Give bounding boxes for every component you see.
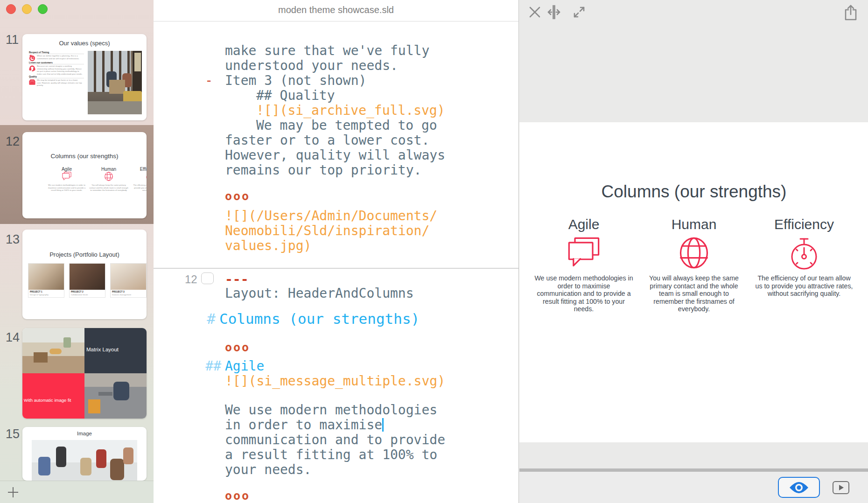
- code-line[interactable]: ## Quality: [256, 88, 335, 103]
- clock-icon: [29, 55, 35, 61]
- stopwatch-icon: [787, 236, 821, 272]
- preview-eye-button[interactable]: [778, 477, 820, 498]
- code-line-heading2[interactable]: ##Agile: [225, 359, 264, 374]
- code-line[interactable]: your needs.: [225, 462, 311, 477]
- matrix-fit-label: With automatic image fit: [24, 398, 71, 403]
- message-multiple-icon: [62, 172, 72, 181]
- code-line[interactable]: communication and to provide: [225, 433, 445, 447]
- photo-person: [96, 449, 106, 468]
- slide-thumbnail-13[interactable]: Projects (Portfolio Layout) PROJECT 1 De…: [22, 230, 147, 319]
- thumb-column-human: Human You will always keep the same prim…: [89, 167, 129, 192]
- code-line[interactable]: However, quality will always: [225, 148, 445, 163]
- code-line[interactable]: -Item 3 (not shown): [225, 73, 366, 88]
- split-view-icon[interactable]: [546, 5, 561, 20]
- code-line[interactable]: faster or to a lower cost.: [225, 133, 429, 148]
- document-title: moden theme showcase.sld: [154, 5, 518, 15]
- code-line-image-link[interactable]: Neomobili/Sld/inspiration/: [225, 224, 429, 238]
- project-card: PROJECT 1 Design & Typography: [28, 263, 64, 298]
- globe-icon: [676, 236, 712, 270]
- minimize-window-button[interactable]: [22, 4, 32, 14]
- code-line-with-cursor[interactable]: in order to maximise: [225, 418, 384, 433]
- code-line-separator[interactable]: ooo: [225, 189, 250, 204]
- matrix-red-cell: With automatic image fit: [22, 373, 84, 419]
- expand-fullscreen-icon[interactable]: [573, 6, 585, 18]
- share-icon[interactable]: [844, 4, 858, 21]
- section-text: Because we cannot imagine a working rela…: [37, 65, 83, 75]
- code-line[interactable]: understood your needs.: [225, 58, 398, 73]
- code-line-separator[interactable]: ooo: [225, 340, 250, 355]
- project-caption: Design & Typography: [28, 293, 64, 297]
- photo-box: [34, 352, 48, 363]
- slide-skip-checkbox[interactable]: [201, 272, 214, 284]
- section-text: We may be tempted to go faster or to a l…: [37, 79, 83, 87]
- thumb-section: Listen our customers Because we cannot i…: [29, 61, 84, 75]
- slide-thumbnail-15[interactable]: Image: [22, 427, 147, 481]
- globe-icon: [104, 172, 114, 181]
- code-line[interactable]: make sure that we've fully: [225, 43, 429, 58]
- photo-person: [80, 458, 91, 475]
- section-text: When we define together a planning, this…: [37, 55, 83, 61]
- project-caption: Invoices management: [111, 293, 146, 297]
- sidebar-bottom-bar: [0, 481, 154, 503]
- project-name: PROJECT 3: [111, 290, 146, 293]
- play-presentation-button[interactable]: [833, 481, 849, 494]
- code-line[interactable]: We may be tempted to go: [256, 118, 437, 133]
- slide-thumbnail-14[interactable]: Matrix Layout With automatic image fit: [22, 328, 147, 419]
- eye-icon: [789, 481, 809, 494]
- column-text: You will always keep the same primary co…: [644, 274, 743, 313]
- thumb-title: Our values (specs): [22, 40, 147, 47]
- slide-number: 12: [6, 134, 20, 149]
- zoom-window-button[interactable]: [38, 4, 48, 14]
- project-photo: [111, 264, 146, 290]
- photo-person: [56, 447, 66, 467]
- project-photo: [70, 264, 105, 290]
- slide-delimiter[interactable]: ---: [225, 272, 249, 287]
- stopwatch-icon: [145, 172, 147, 181]
- add-slide-button[interactable]: [7, 486, 20, 499]
- thumb-title: Columns (our strengths): [22, 153, 147, 160]
- archive-icon: [29, 79, 35, 85]
- code-line-separator[interactable]: ooo: [225, 489, 250, 503]
- slide-title: Columns (our strengths): [519, 182, 868, 202]
- code-area[interactable]: make sure that we've fully understood yo…: [154, 22, 518, 503]
- slide-sidebar: 11 Our values (specs) Respect of Timing …: [0, 0, 154, 503]
- close-preview-icon[interactable]: [529, 6, 541, 18]
- project-name: PROJECT 1: [28, 290, 64, 293]
- code-line[interactable]: We use modern methodologies: [225, 403, 437, 418]
- project-photo: [28, 264, 64, 290]
- preview-divider-bar[interactable]: [519, 468, 868, 472]
- close-window-button[interactable]: [6, 4, 16, 14]
- code-line-heading1[interactable]: #Columns (our strengths): [219, 310, 420, 328]
- thumb-photo-meeting: [32, 440, 137, 481]
- code-text: Item 3 (not shown): [225, 73, 366, 88]
- photo-plant: [63, 337, 71, 348]
- code-line-image-link[interactable]: ![](/Users/Admin/Documents/: [225, 209, 437, 224]
- slide-preview-pane: Columns (our strengths) Agile We use mod…: [518, 0, 868, 503]
- photo-person: [110, 459, 124, 480]
- code-line[interactable]: Layout: HeaderAndColumns: [225, 286, 414, 301]
- code-line-image-link[interactable]: ![](si_message_multiple.svg): [225, 374, 445, 389]
- column-heading: Agile: [534, 217, 633, 232]
- column-heading: Agile: [47, 167, 87, 172]
- photo-laptop: [98, 392, 112, 396]
- code-line[interactable]: a result fitting at 100% to: [225, 447, 437, 462]
- photo-croissant: [49, 349, 62, 354]
- photo-orange-table: [88, 399, 100, 413]
- column-heading: Efficiency: [755, 217, 854, 232]
- slide-number: 14: [6, 330, 20, 345]
- photo-table: [109, 80, 125, 94]
- code-text: in order to maximise: [225, 417, 382, 433]
- message-multiple-icon: [566, 236, 602, 270]
- code-line[interactable]: remains our top priority.: [225, 163, 421, 178]
- slide-column-human: Human You will always keep the same prim…: [644, 217, 743, 313]
- code-line-image-link[interactable]: values.jpg): [225, 238, 311, 253]
- code-line-image-link[interactable]: ![](si_archive_full.svg): [256, 103, 445, 118]
- slide-number: 11: [6, 33, 19, 47]
- slide-number: 15: [6, 427, 20, 441]
- slide-thumbnail-12-selected[interactable]: Columns (our strengths) Agile We use mod…: [22, 132, 147, 218]
- slide-column-agile: Agile We use modern methodologies in ord…: [534, 217, 633, 313]
- h2-hash-marker: ##: [205, 359, 225, 374]
- matrix-photo-desk: [22, 328, 84, 373]
- slide-thumbnail-11[interactable]: Our values (specs) Respect of Timing Whe…: [22, 34, 147, 120]
- window-titlebar[interactable]: moden theme showcase.sld: [154, 0, 518, 21]
